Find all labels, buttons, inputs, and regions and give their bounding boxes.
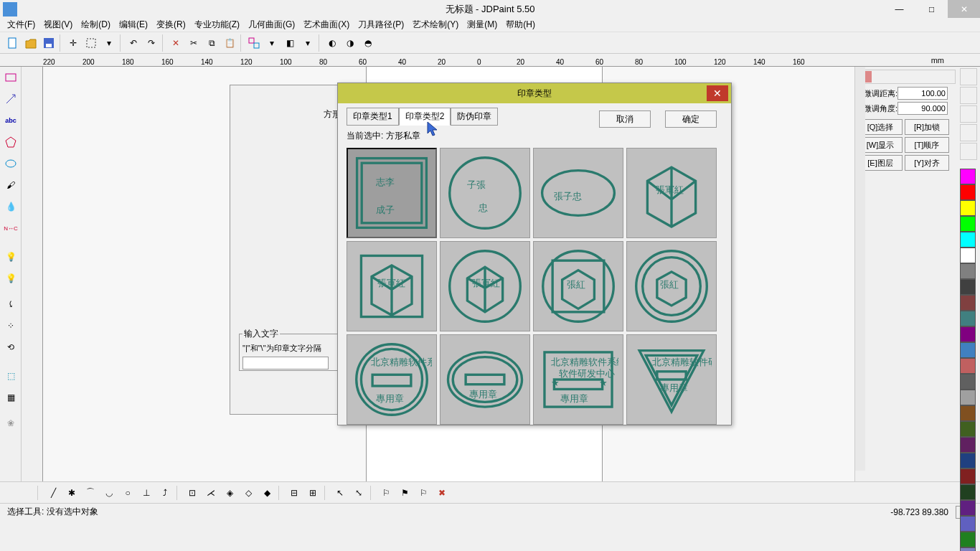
render2-icon[interactable]: ◑ — [341, 34, 359, 52]
link-icon[interactable]: ⟲ — [1, 337, 21, 357]
lamp-icon[interactable]: ❀ — [1, 413, 21, 433]
drop-tool-icon[interactable]: 💧 — [1, 197, 21, 217]
menu-help[interactable]: 帮助(H) — [501, 17, 540, 32]
close-button[interactable]: ✕ — [948, 0, 980, 18]
menu-pro[interactable]: 专业功能(Z) — [190, 17, 244, 32]
ungroup-icon[interactable]: ▾ — [263, 34, 281, 52]
select-tool-icon[interactable]: ✛ — [65, 34, 82, 52]
box-tool-icon[interactable]: ⬚ — [1, 366, 21, 386]
bt-circle-icon[interactable]: ○ — [119, 484, 136, 501]
bulb1-icon[interactable]: 💡 — [1, 247, 21, 267]
color-swatch[interactable] — [960, 232, 976, 248]
color-swatch[interactable] — [960, 437, 976, 453]
bt-tan-icon[interactable]: ⤴ — [156, 484, 174, 501]
bt-edit2-icon[interactable]: ⊞ — [304, 484, 321, 501]
menu-toolpath[interactable]: 刀具路径(P) — [354, 17, 408, 32]
bt-flag3-icon[interactable]: ⚐ — [415, 484, 432, 501]
stamp-circle-calligraphy[interactable]: 子張忠 — [440, 148, 530, 238]
menu-edit[interactable]: 编辑(E) — [115, 17, 152, 32]
bt-cursor2-icon[interactable]: ⤡ — [350, 484, 367, 501]
color-swatch[interactable] — [960, 311, 976, 326]
color-swatch[interactable] — [960, 500, 976, 516]
dropdown-icon[interactable]: ▾ — [100, 34, 118, 52]
nodes-icon[interactable]: ⁘ — [1, 316, 21, 336]
stamp-oval-calligraphy[interactable]: 張子忠 — [533, 148, 623, 238]
color-swatch[interactable] — [960, 484, 976, 500]
color-swatch[interactable] — [960, 374, 976, 390]
tool-fr-2-icon[interactable] — [960, 87, 977, 104]
color-swatch[interactable] — [960, 547, 976, 551]
stamp-cube-4[interactable]: 張紅 — [533, 241, 623, 331]
bt-snap4-icon[interactable]: ◇ — [240, 484, 257, 501]
btn-order[interactable]: [T]顺序 — [905, 137, 949, 153]
cancel-button[interactable]: 取消 — [599, 110, 651, 128]
bt-snap2-icon[interactable]: ⋌ — [202, 484, 220, 501]
pick-icon[interactable]: ⤹ — [1, 294, 21, 314]
menu-transform[interactable]: 变换(R) — [152, 17, 190, 32]
rect-tool-icon[interactable] — [1, 67, 21, 88]
stamp-oval-official[interactable]: 專用章 — [440, 334, 530, 425]
bt-snap5-icon[interactable]: ◆ — [258, 484, 275, 501]
tool-fr-4-icon[interactable] — [960, 124, 977, 141]
save-icon[interactable] — [40, 34, 57, 52]
render1-icon[interactable]: ◐ — [324, 34, 341, 52]
stamp-text-input[interactable] — [242, 357, 329, 369]
menu-file[interactable]: 文件(F) — [3, 17, 39, 32]
stamp-triangle-official[interactable]: 北京精雕软件研究中心專用章 — [626, 334, 717, 425]
dialog-close-button[interactable]: ✕ — [707, 85, 728, 101]
color-swatch[interactable] — [960, 248, 976, 263]
ok-button[interactable]: 确定 — [665, 110, 717, 128]
menu-measure[interactable]: 测量(M) — [463, 17, 501, 32]
color-swatch[interactable] — [960, 468, 976, 484]
open-icon[interactable] — [22, 34, 39, 52]
color-swatch[interactable] — [960, 326, 976, 342]
misc2-icon[interactable]: ▾ — [299, 34, 316, 52]
bt-perp-icon[interactable]: ⊥ — [138, 484, 155, 501]
bt-snap3-icon[interactable]: ◈ — [221, 484, 238, 501]
stamp-cube-2[interactable]: 張軍紅 — [347, 241, 437, 331]
grid-tool-icon[interactable]: ▦ — [1, 387, 21, 408]
vertical-scrollbar[interactable] — [854, 67, 865, 471]
menu-view[interactable]: 视图(V) — [39, 17, 77, 32]
bt-node-icon[interactable]: ✱ — [63, 484, 80, 501]
misc1-icon[interactable]: ◧ — [281, 34, 298, 52]
group-icon[interactable] — [245, 34, 263, 52]
dialog-titlebar[interactable]: 印章类型 ✕ — [338, 83, 731, 103]
undo-icon[interactable]: ↶ — [125, 34, 142, 52]
delete-icon[interactable]: ✕ — [167, 34, 184, 52]
color-swatch[interactable] — [960, 200, 976, 216]
menu-art-draw[interactable]: 艺术绘制(Y) — [408, 17, 463, 32]
text-tool-icon[interactable]: abc — [1, 110, 21, 131]
color-swatch[interactable] — [960, 358, 976, 374]
arrow-tool-icon[interactable] — [1, 89, 21, 109]
tool-fr-1-icon[interactable] — [960, 68, 977, 85]
tab-anti-fake[interactable]: 防伪印章 — [451, 108, 498, 126]
stamp-round-official[interactable]: 專用章北京精雕软件系统研究中心 — [347, 334, 437, 425]
color-swatch[interactable] — [960, 342, 976, 358]
menu-art-surface[interactable]: 艺术曲面(X) — [299, 17, 354, 32]
tool-fr-3-icon[interactable] — [960, 105, 977, 123]
bt-edit1-icon[interactable]: ⊟ — [286, 484, 303, 501]
circle-tool-icon[interactable] — [1, 154, 21, 174]
color-swatch[interactable] — [960, 390, 976, 405]
brush-tool-icon[interactable]: 🖌 — [1, 175, 21, 195]
rect-select-icon[interactable] — [83, 34, 100, 52]
bt-curve-icon[interactable]: ⌒ — [82, 484, 99, 501]
bt-arc-icon[interactable]: ◡ — [100, 484, 118, 501]
bt-flag2-icon[interactable]: ⚑ — [396, 484, 413, 501]
tool-fr-5-icon[interactable] — [960, 143, 977, 160]
bt-x-icon[interactable]: ✖ — [433, 484, 451, 501]
btn-lock[interactable]: [R]加锁 — [905, 119, 949, 135]
bulb2-icon[interactable]: 💡 — [1, 268, 21, 288]
menu-draw[interactable]: 绘制(D) — [77, 17, 115, 32]
btn-align[interactable]: [Y]对齐 — [905, 155, 949, 171]
stamp-cube-3[interactable]: 張軍紅 — [440, 241, 530, 331]
stamp-rect-official[interactable]: 北京精雕软件系统研究中心软件研发中心★★專用章 — [533, 334, 623, 425]
redo-icon[interactable]: ↷ — [143, 34, 160, 52]
bt-line-icon[interactable]: ╱ — [44, 484, 62, 501]
polygon-tool-icon[interactable] — [1, 132, 21, 152]
color-swatch[interactable] — [960, 279, 976, 295]
stamp-cube-5[interactable]: 張紅 — [626, 241, 717, 331]
color-swatch[interactable] — [960, 295, 976, 311]
color-swatch[interactable] — [960, 216, 976, 232]
